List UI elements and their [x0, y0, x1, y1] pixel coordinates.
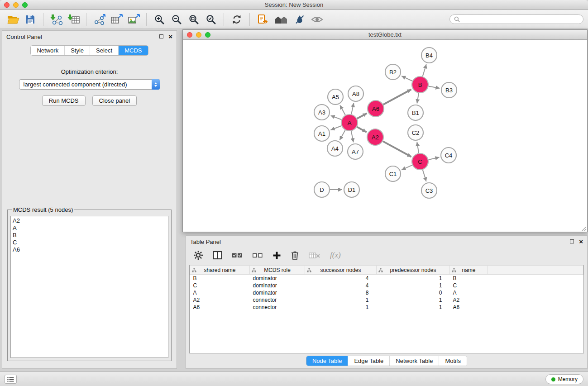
optimization-dropdown[interactable]: largest connected component (directed)	[19, 79, 160, 90]
home-view-button[interactable]	[271, 12, 291, 27]
graph-node-C4[interactable]: C4	[441, 148, 456, 163]
run-mcds-button[interactable]: Run MCDS	[42, 95, 86, 106]
graph-edge-A-A3[interactable]	[331, 115, 342, 119]
import-table-button[interactable]	[65, 12, 82, 27]
minimize-window-button[interactable]	[13, 2, 19, 8]
graph-node-B4[interactable]: B4	[421, 48, 437, 63]
table-cell[interactable]: dominator	[250, 289, 305, 296]
graph-edge-B-B1[interactable]	[417, 93, 419, 104]
show-details-button[interactable]	[308, 12, 325, 27]
graph-node-D[interactable]: D	[314, 182, 330, 197]
graph-edge-A-A6[interactable]	[357, 113, 367, 119]
graph-edge-C-C2[interactable]	[417, 142, 419, 153]
table-cell[interactable]: B	[450, 275, 488, 282]
graph-node-A7[interactable]: A7	[348, 144, 363, 159]
column-header-predecessor-nodes[interactable]: predecessor nodes	[377, 266, 450, 275]
table-cell[interactable]: 1	[377, 296, 450, 304]
table-cell[interactable]: dominator	[250, 282, 305, 289]
table-cell[interactable]: C	[190, 282, 250, 289]
close-panel-icon[interactable]: ×	[168, 34, 172, 39]
table-cell[interactable]: 0	[377, 289, 450, 296]
export-table-button[interactable]	[108, 12, 125, 27]
graph-edge-A-A1[interactable]	[331, 126, 342, 130]
tab-select[interactable]: Select	[90, 46, 119, 55]
show-columns-icon[interactable]	[213, 251, 222, 260]
table-cell[interactable]: C	[450, 282, 488, 289]
tab-edge-table[interactable]: Edge Table	[348, 356, 390, 366]
zoom-network-window-button[interactable]	[205, 32, 210, 38]
graph-node-A4[interactable]: A4	[327, 141, 343, 156]
resize-grip-icon[interactable]	[581, 226, 587, 231]
table-row[interactable]: A6connector11A6	[190, 304, 583, 311]
table-row[interactable]: Cdominator41C	[190, 282, 583, 289]
graph-edge-B-B4[interactable]	[423, 64, 426, 76]
graph-node-A5[interactable]: A5	[328, 89, 343, 105]
tab-node-table[interactable]: Node Table	[306, 356, 349, 366]
graph-edge-A-A8[interactable]	[351, 103, 354, 114]
table-row[interactable]: Adominator80A	[190, 289, 583, 296]
zoom-fit-button[interactable]	[185, 12, 202, 27]
graph-node-B1[interactable]: B1	[408, 105, 423, 120]
table-cell[interactable]: A6	[190, 304, 250, 311]
graph-edge-B-B3[interactable]	[429, 86, 440, 89]
table-cell[interactable]: 1	[305, 296, 377, 304]
save-session-button[interactable]	[22, 12, 39, 27]
graph-node-A[interactable]: A	[341, 114, 358, 131]
delete-column-trash-icon[interactable]	[291, 250, 299, 260]
network-window-titlebar[interactable]: testGlobe.txt	[183, 30, 587, 40]
graph-node-D1[interactable]: D1	[344, 182, 359, 197]
graph-edge-A-A5[interactable]	[340, 105, 345, 115]
select-all-columns-icon[interactable]	[232, 252, 243, 259]
graph-node-B3[interactable]: B3	[441, 82, 457, 98]
delete-table-icon[interactable]	[309, 252, 320, 259]
graph-node-C3[interactable]: C3	[421, 183, 437, 198]
close-window-button[interactable]	[4, 2, 10, 8]
graph-edge-A-A7[interactable]	[351, 131, 354, 143]
memory-button[interactable]: Memory	[545, 374, 583, 384]
tab-network[interactable]: Network	[31, 46, 65, 55]
graph-node-B2[interactable]: B2	[385, 64, 401, 80]
table-cell[interactable]: 1	[377, 304, 450, 311]
table-row[interactable]: A2connector11A2	[190, 296, 583, 304]
table-cell[interactable]: 1	[377, 275, 450, 282]
export-network-button[interactable]	[91, 12, 108, 27]
table-cell[interactable]: 8	[305, 289, 377, 296]
close-network-window-button[interactable]	[187, 32, 192, 38]
table-settings-gear-icon[interactable]	[193, 250, 203, 260]
table-cell[interactable]: A6	[450, 304, 488, 311]
function-builder-icon[interactable]: f(x)	[330, 251, 341, 260]
table-cell[interactable]: A	[450, 289, 488, 296]
network-canvas[interactable]: B4B2BB3A5A8A6B1A3AC2A1A2A4A7C4CC1C3DD1	[183, 40, 587, 232]
table-cell[interactable]: dominator	[250, 275, 305, 282]
apply-layout-button[interactable]	[228, 12, 245, 27]
tab-style[interactable]: Style	[65, 46, 90, 55]
close-table-panel-icon[interactable]: ×	[579, 239, 583, 244]
mcds-result-list[interactable]: A2ABCA6	[10, 216, 168, 358]
table-cell[interactable]: 4	[305, 275, 377, 282]
table-cell[interactable]: A	[190, 289, 250, 296]
graph-node-C2[interactable]: C2	[408, 125, 423, 140]
graph-edge-C-C4[interactable]	[429, 157, 440, 160]
table-cell[interactable]: A2	[190, 296, 250, 304]
tab-motifs[interactable]: Motifs	[439, 356, 467, 366]
float-table-panel-icon[interactable]	[570, 239, 574, 243]
clipboard-import-button[interactable]	[254, 12, 271, 27]
open-session-button[interactable]	[5, 12, 22, 27]
task-history-button[interactable]	[5, 375, 17, 384]
table-cell[interactable]: B	[190, 275, 250, 282]
table-cell[interactable]: 4	[305, 282, 377, 289]
graph-node-A1[interactable]: A1	[314, 126, 330, 141]
graph-edge-C-C1[interactable]	[402, 165, 412, 170]
zoom-out-button[interactable]	[168, 12, 185, 27]
graph-node-A8[interactable]: A8	[348, 86, 363, 101]
graph-edge-C-C3[interactable]	[423, 170, 426, 181]
tab-network-table[interactable]: Network Table	[390, 356, 439, 366]
graph-node-B[interactable]: B	[412, 76, 428, 93]
float-panel-icon[interactable]	[159, 34, 163, 38]
table-cell[interactable]: connector	[250, 304, 305, 311]
export-image-button[interactable]	[125, 12, 142, 27]
graph-edge-A-A2[interactable]	[357, 127, 367, 132]
graph-edge-B-B2[interactable]	[402, 76, 412, 81]
search-input[interactable]	[462, 16, 579, 23]
graph-edge-A6-B[interactable]	[383, 90, 411, 105]
